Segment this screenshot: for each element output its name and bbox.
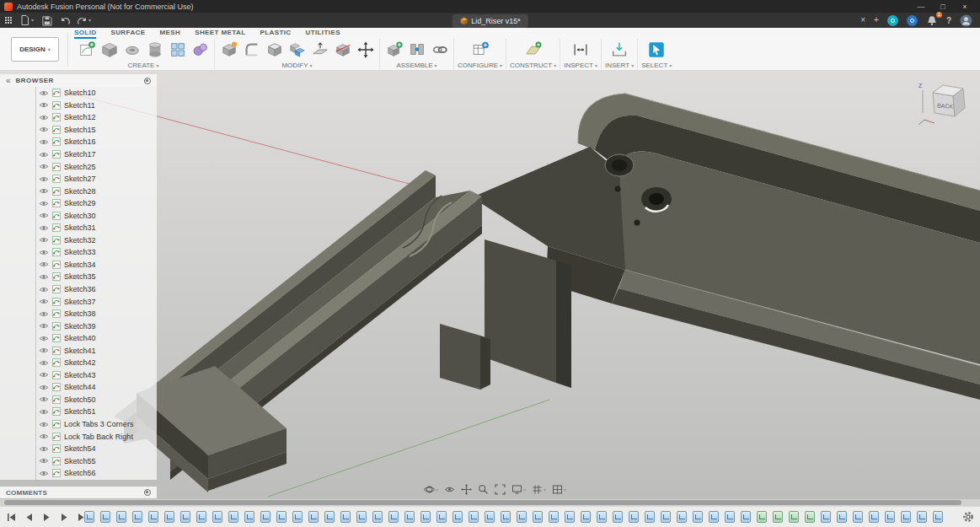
new-tab-button[interactable]: + [874, 16, 879, 24]
visibility-eye-icon[interactable] [39, 310, 49, 318]
browser-item[interactable]: Sketch16 [0, 136, 157, 148]
browser-item[interactable]: Sketch31 [0, 222, 157, 234]
visibility-eye-icon[interactable] [39, 421, 49, 428]
timeline-feature-icon[interactable] [469, 511, 479, 523]
panel-dock-icon[interactable] [144, 78, 151, 84]
step-back-button[interactable] [24, 511, 34, 523]
ribbon-tab[interactable]: PLASTIC [260, 29, 291, 39]
document-tab[interactable]: Lid_Riser v15* [452, 14, 528, 28]
browser-item[interactable]: Sketch11 [0, 99, 157, 112]
offset-face-icon[interactable] [309, 40, 330, 61]
browser-item[interactable]: Sketch44 [0, 381, 157, 394]
browser-item[interactable]: Sketch15 [0, 124, 157, 137]
save-button[interactable] [41, 15, 52, 26]
minimize-button[interactable]: — [910, 0, 932, 13]
look-at-button[interactable] [444, 484, 455, 495]
timeline-feature-icon[interactable] [693, 511, 703, 523]
timeline-feature-icon[interactable] [324, 511, 335, 523]
browser-item[interactable]: Sketch17 [0, 148, 157, 161]
ribbon-group-label[interactable]: INSPECT▾ [564, 62, 597, 69]
browser-item[interactable]: Sketch36 [0, 283, 157, 296]
timeline-feature-icon[interactable] [100, 511, 110, 523]
insert-icon[interactable] [609, 40, 630, 61]
move-copy-icon[interactable] [355, 40, 376, 61]
visibility-eye-icon[interactable] [39, 335, 49, 342]
browser-item[interactable]: Sketch30 [0, 209, 157, 222]
collapse-panel-icon[interactable]: « [6, 77, 11, 85]
timeline-feature-icon[interactable] [340, 511, 351, 523]
timeline-feature-icon[interactable] [388, 511, 399, 523]
box-icon[interactable] [99, 40, 120, 61]
ribbon-tab[interactable]: UTILITIES [306, 29, 340, 39]
create-sketch-icon[interactable] [76, 40, 97, 61]
ribbon-group-label[interactable]: INSERT▾ [605, 62, 634, 69]
comments-bar[interactable]: COMMENTS [0, 487, 157, 498]
visibility-eye-icon[interactable] [39, 298, 49, 305]
visibility-eye-icon[interactable] [39, 200, 49, 207]
maximize-button[interactable]: □ [932, 0, 954, 13]
timeline-feature-icon[interactable] [116, 511, 126, 523]
timeline-feature-icon[interactable] [212, 511, 222, 523]
construction-plane-icon[interactable] [522, 40, 544, 61]
timeline-feature-icon[interactable] [485, 511, 495, 523]
visibility-eye-icon[interactable] [39, 249, 49, 256]
scrollbar-thumb[interactable] [4, 500, 961, 505]
ribbon-group-label[interactable]: CONFIGURE▾ [458, 62, 502, 69]
ribbon-group-label[interactable]: CONSTRUCT▾ [510, 62, 556, 69]
browser-item[interactable]: Sketch40 [0, 332, 157, 345]
browser-item[interactable]: Sketch39 [0, 320, 157, 332]
visibility-eye-icon[interactable] [39, 322, 49, 330]
visibility-eye-icon[interactable] [39, 286, 49, 293]
browser-item[interactable]: Sketch34 [0, 259, 157, 272]
app-menu-button[interactable] [5, 17, 12, 24]
press-pull-icon[interactable] [218, 40, 239, 61]
workspace-switcher[interactable]: DESIGN ▾ [11, 37, 59, 62]
visibility-eye-icon[interactable] [39, 163, 49, 170]
browser-item[interactable]: Sketch33 [0, 246, 157, 259]
timeline-feature-icon[interactable] [436, 511, 447, 523]
timeline-feature-icon[interactable] [356, 511, 367, 523]
ribbon-group-label[interactable]: SELECT▾ [641, 62, 672, 69]
zoom-button[interactable] [478, 484, 489, 495]
timeline-feature-icon[interactable] [292, 511, 303, 523]
notifications-button[interactable]: 1 [926, 15, 938, 26]
visibility-eye-icon[interactable] [39, 445, 49, 453]
timeline-feature-icon[interactable] [933, 511, 943, 523]
timeline-settings-gear-icon[interactable] [962, 511, 974, 526]
select-icon[interactable] [646, 40, 667, 61]
timeline-feature-icon[interactable] [517, 511, 527, 523]
ribbon-tab[interactable]: SOLID [74, 29, 96, 39]
joint-icon[interactable] [406, 40, 427, 61]
visibility-eye-icon[interactable] [39, 273, 49, 281]
timeline-feature-icon[interactable] [613, 511, 623, 523]
browser-item[interactable]: Sketch41 [0, 344, 157, 357]
pattern-icon[interactable] [167, 40, 188, 61]
timeline-feature-icon[interactable] [885, 511, 895, 523]
visibility-eye-icon[interactable] [39, 151, 49, 159]
timeline-feature-icon[interactable] [741, 511, 751, 523]
undo-button[interactable] [60, 15, 70, 25]
primitive-set-icon[interactable] [190, 40, 211, 61]
timeline-feature-icon[interactable] [276, 511, 287, 523]
timeline-feature-icon[interactable] [629, 511, 639, 523]
timeline-feature-icon[interactable] [549, 511, 559, 523]
timeline-feature-icon[interactable] [148, 511, 158, 523]
visibility-eye-icon[interactable] [39, 261, 49, 268]
browser-item[interactable]: Lock Tab Back Right [0, 430, 157, 443]
ribbon-group-label[interactable]: ASSEMBLE▾ [396, 62, 436, 69]
file-menu-button[interactable]: ▾ [19, 14, 34, 26]
browser-item[interactable]: Sketch54 [0, 443, 157, 455]
visibility-eye-icon[interactable] [39, 138, 49, 146]
viewports-button[interactable]: ▾ [552, 484, 566, 495]
browser-item[interactable]: Sketch35 [0, 271, 157, 283]
browser-item[interactable]: Sketch42 [0, 357, 157, 369]
extensions-icon[interactable] [887, 15, 898, 26]
help-button[interactable]: ? [946, 16, 951, 25]
visibility-eye-icon[interactable] [39, 187, 49, 195]
visibility-eye-icon[interactable] [39, 470, 49, 477]
grid-snaps-button[interactable]: ▾ [532, 484, 546, 495]
visibility-eye-icon[interactable] [39, 175, 49, 183]
timeline-feature-icon[interactable] [420, 511, 431, 523]
browser-item[interactable]: Sketch10 [0, 87, 157, 99]
timeline-feature-icon[interactable] [196, 511, 206, 523]
